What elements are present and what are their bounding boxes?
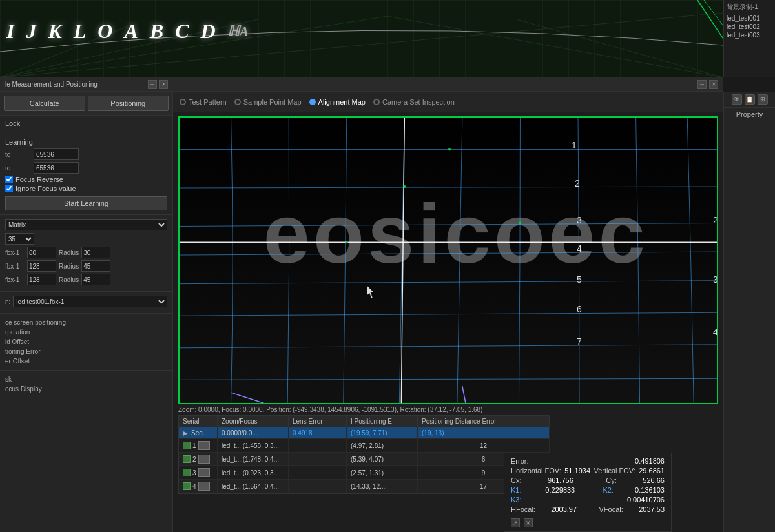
tab-test-pattern[interactable]: Test Pattern	[180, 98, 227, 106]
table-row-0[interactable]: ▶ Seg... 0.0000/0.0... 0.4918 (19.59, 7.…	[179, 427, 550, 439]
row4-icon	[198, 482, 210, 491]
letter-extra: ℍA	[227, 23, 249, 40]
misc-section: ce screen positioning rpolation ld Offse…	[0, 314, 172, 371]
tab-alignment-map[interactable]: Alignment Map	[309, 98, 366, 106]
matrix-select[interactable]: Matrix	[5, 219, 167, 230]
close-button[interactable]: ✕	[159, 80, 168, 89]
tioning-error-item[interactable]: tioning Error	[5, 347, 167, 356]
letters-row: I J K L O·· A B C D ℍA	[0, 19, 723, 43]
to-label-2: to	[5, 165, 31, 172]
main-close-button[interactable]: ✕	[709, 80, 718, 89]
ignore-focus-label: Ignore Focus value	[16, 185, 76, 192]
k3-value: 0.00410706	[627, 496, 665, 504]
table-row-1[interactable]: 1 led_t... (1.458, 0.3... (4.97, 2.81) 1…	[179, 439, 550, 453]
radius-value-2[interactable]	[81, 260, 110, 272]
letter-L: L	[74, 19, 87, 43]
radius-value-1[interactable]	[81, 247, 110, 258]
fbx1-value-3[interactable]	[27, 274, 56, 285]
fbx1-value-2[interactable]	[27, 260, 56, 272]
tab-label-sample-point-map: Sample Point Map	[243, 98, 302, 106]
file-item-1[interactable]: led_test001	[727, 14, 772, 23]
source-select[interactable]: led test001.fbx-1	[13, 296, 167, 307]
positioning-button[interactable]: Positioning	[88, 96, 169, 111]
x-icon[interactable]: ✕	[524, 518, 533, 527]
letter-B: B	[150, 19, 163, 43]
k1-value: -0.229833	[543, 486, 575, 494]
screen-positioning-item[interactable]: ce screen positioning	[5, 318, 167, 327]
tab-radio-test-pattern	[180, 99, 186, 105]
arrow-icon[interactable]: ↗	[511, 518, 520, 527]
main-titlebar: ─ ✕	[173, 77, 723, 92]
sidebar-toolbar: Calculate Positioning	[0, 92, 172, 116]
letter-C: C	[175, 19, 189, 43]
tab-camera-set-inspection[interactable]: Camera Set Inspection	[373, 98, 455, 106]
svg-text:2: 2	[575, 178, 580, 189]
vfov-label: Vertical FOV:	[594, 467, 635, 475]
td-lens-1	[289, 439, 347, 452]
start-learning-button[interactable]: Start Learning	[5, 196, 167, 210]
tab-label-alignment-map: Alignment Map	[318, 98, 366, 106]
fbx1-value-1[interactable]	[27, 247, 56, 258]
to-input-2[interactable]	[34, 162, 79, 174]
fbx1-label-2: fbx-1	[5, 263, 25, 270]
status-text: Zoom: 0.0000, Focus: 0.0000, Position: (…	[178, 406, 482, 413]
row3-checkbox	[183, 469, 191, 476]
table-row-2[interactable]: 2 led_t... (1.748, 0.4... (5.39, 4.07) 6	[179, 453, 550, 466]
table-row-3[interactable]: 3 led_t... (0.923, 0.3... (2.57, 1.31) 9	[179, 466, 550, 480]
calculate-button[interactable]: Calculate	[4, 96, 85, 111]
er-offset-item[interactable]: er Offset	[5, 356, 167, 366]
letter-J: J	[26, 19, 36, 43]
ignore-focus-checkbox[interactable]	[5, 185, 13, 192]
copy-icon[interactable]: 📋	[745, 94, 755, 105]
k3-label[interactable]: K3:	[511, 496, 522, 504]
row2-checkbox	[183, 455, 191, 463]
matrix-value-select[interactable]: 35	[5, 233, 34, 245]
eye-icon[interactable]: 👁	[732, 94, 742, 105]
minimize-button[interactable]: ─	[148, 80, 157, 89]
file-item-3[interactable]: led_test003	[727, 31, 772, 39]
focus-reverse-checkbox[interactable]	[5, 176, 13, 183]
tab-radio-camera-set-inspection	[373, 99, 380, 105]
status-bar: Zoom: 0.0000, Focus: 0.0000, Position: (…	[173, 404, 723, 415]
k2-label[interactable]: K2:	[603, 486, 614, 494]
to-input-1[interactable]	[34, 148, 79, 160]
row2-icon	[198, 455, 210, 464]
main-minimize-button[interactable]: ─	[698, 80, 707, 89]
svg-line-13	[180, 252, 717, 255]
k2-value: 0.136103	[635, 486, 665, 494]
table-header: Serial Zoom/Focus Lens Error I Positioni…	[179, 416, 550, 427]
k1-label[interactable]: K1:	[511, 486, 522, 494]
data-table: Serial Zoom/Focus Lens Error I Positioni…	[178, 415, 550, 494]
file-item-2[interactable]: led_test002	[727, 23, 772, 31]
window-titlebar: le Measurement and Positioning ─ ✕	[0, 77, 173, 92]
td-serial-2: 2	[179, 453, 218, 466]
svg-text:6: 6	[577, 304, 582, 314]
tab-sample-point-map[interactable]: Sample Point Map	[234, 98, 302, 106]
td-zoom-1: led_t... (1.458, 0.3...	[218, 439, 289, 452]
learning-section: Learning to to Focus Reverse Ignore Focu…	[0, 134, 172, 215]
focus-display-item[interactable]: ocus Display	[5, 384, 167, 394]
tab-radio-sample-point-map	[234, 99, 241, 105]
vfocal-label: VFocal:	[599, 506, 623, 513]
radius-value-3[interactable]	[81, 274, 110, 285]
grid-icon[interactable]: ⊞	[758, 94, 768, 105]
td-serial-4: 4	[179, 480, 218, 493]
svg-text:1: 1	[572, 140, 577, 150]
td-ipos-4: (14.33, 12....	[347, 480, 418, 493]
td-ipos-2: (5.39, 4.07)	[347, 453, 418, 466]
viewport[interactable]: eosicoec	[178, 116, 718, 404]
th-distance-error: Positioning Distance Error	[418, 416, 550, 427]
row3-icon	[198, 468, 210, 477]
source-section: n: led test001.fbx-1	[0, 292, 172, 314]
tab-label-test-pattern: Test Pattern	[189, 98, 227, 106]
fbx1-label-3: fbx-1	[5, 276, 25, 283]
ld-offset-item[interactable]: ld Offset	[5, 337, 167, 347]
lock-title: Lock	[5, 119, 167, 127]
sk-item[interactable]: sk	[5, 374, 167, 384]
interpolation-item[interactable]: rpolation	[5, 327, 167, 337]
error-label: Error:	[511, 457, 529, 465]
td-serial-0: ▶ Seg...	[179, 427, 218, 438]
cx-value: 961.756	[548, 476, 574, 484]
table-row-4[interactable]: 4 led_t... (1.564, 0.4... (14.33, 12....…	[179, 480, 550, 493]
tab-radio-alignment-map	[309, 99, 316, 105]
